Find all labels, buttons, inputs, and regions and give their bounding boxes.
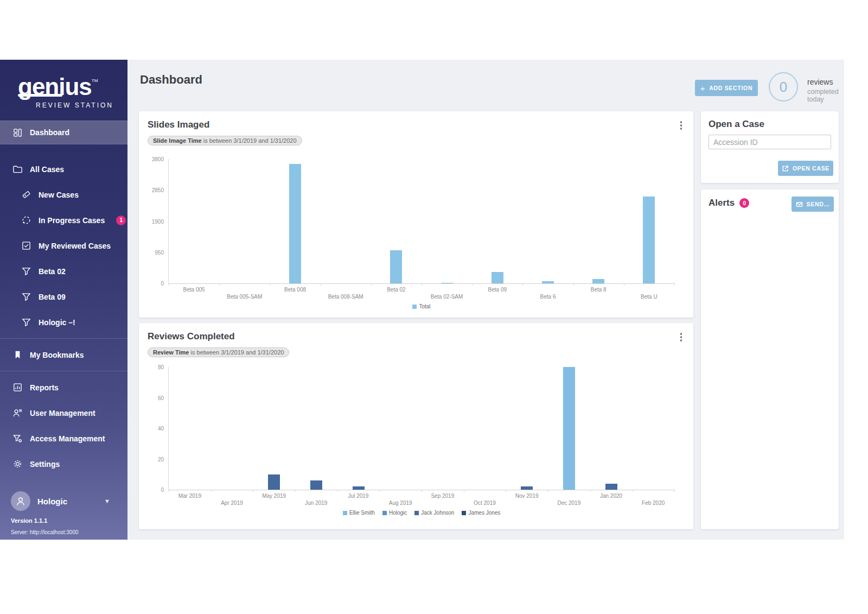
sidebar-item-label: All Cases	[30, 165, 64, 174]
chart-bar	[542, 281, 554, 283]
x-axis-tick	[422, 283, 422, 286]
dashboard-icon	[12, 127, 23, 138]
x-axis-label: Mar 2019	[178, 493, 201, 499]
filter-gear-icon	[12, 433, 23, 444]
avatar	[11, 491, 30, 511]
x-axis-label: Beta 09	[488, 287, 507, 293]
sidebar-item-hologic-filter[interactable]: Hologic –!	[0, 309, 127, 335]
legend-item: Ellie Smith	[343, 510, 375, 516]
x-axis-tick	[253, 490, 253, 492]
x-axis-tick	[674, 283, 675, 286]
x-axis-tick	[422, 490, 422, 492]
y-axis-tick-label: 80	[158, 364, 164, 370]
slides-imaged-card: Slides Imaged Slide Image Time is betwee…	[139, 111, 693, 318]
user-icon: R	[12, 408, 23, 419]
x-axis-tick	[464, 490, 464, 492]
sidebar-item-all-cases[interactable]: All Cases	[0, 156, 127, 182]
x-axis-tick	[211, 490, 212, 492]
x-axis-label: Jun 2019	[305, 500, 327, 506]
y-axis-tick-label: 1900	[152, 218, 164, 224]
sidebar-item-reports[interactable]: Reports	[0, 375, 127, 400]
sidebar-item-access-management[interactable]: Access Management	[0, 426, 127, 451]
sidebar-item-label: My Reviewed Cases	[39, 242, 111, 250]
x-axis-tick	[169, 283, 169, 286]
sidebar-item-label: Beta 09	[39, 293, 66, 301]
app-window: geniusTM REVIEW STATION Dashboard All Ca…	[0, 60, 844, 540]
envelope-icon	[796, 201, 803, 208]
x-axis-tick	[522, 283, 523, 286]
in-progress-count-badge: 1	[116, 216, 126, 225]
card-menu-icon[interactable]	[678, 119, 685, 131]
sidebar-item-label: Dashboard	[30, 128, 69, 137]
sidebar-item-beta-09[interactable]: Beta 09	[0, 284, 127, 309]
user-menu[interactable]: Hologic ▼	[11, 491, 117, 511]
sidebar-item-dashboard[interactable]: Dashboard	[0, 121, 127, 144]
x-axis-tick	[270, 283, 270, 286]
gear-icon	[12, 459, 23, 470]
sidebar-item-label: Settings	[30, 460, 60, 469]
sidebar-item-user-management[interactable]: R User Management	[0, 400, 127, 426]
add-section-button[interactable]: + ADD SECTION	[695, 80, 758, 96]
x-axis-tick	[624, 283, 624, 286]
sidebar-item-label: Reports	[30, 383, 59, 392]
x-axis-label: Beta 8	[591, 287, 607, 293]
reviews-completed-card: Reviews Completed Review Time is between…	[139, 323, 693, 529]
x-axis-tick	[573, 283, 574, 286]
reviews-count-sublabel: completed today	[807, 88, 844, 103]
slide-icon	[21, 189, 31, 200]
page-title: Dashboard	[140, 73, 202, 87]
filter-funnel-icon	[21, 292, 31, 302]
sidebar-item-new-cases[interactable]: New Cases	[0, 182, 127, 207]
slides-imaged-chart: Total 0950190028503800Beta 005Beta 005-S…	[168, 159, 674, 284]
sidebar-item-label: Beta 02	[39, 267, 66, 276]
sidebar-item-in-progress-cases[interactable]: In Progress Cases 1	[0, 207, 127, 233]
bar-chart-icon	[12, 382, 23, 393]
chart-bar	[353, 486, 365, 490]
alerts-count-badge: 0	[739, 198, 749, 208]
legend-item: James Jones	[462, 510, 500, 516]
x-axis-tick	[590, 490, 591, 492]
accession-id-input[interactable]	[709, 135, 831, 149]
x-axis-label: Feb 2020	[642, 500, 665, 506]
y-axis-tick-label: 3800	[152, 156, 164, 162]
x-axis-tick	[321, 283, 321, 286]
chart-bar	[643, 197, 655, 283]
legend-item: Hologic	[382, 510, 407, 516]
divider	[0, 371, 127, 371]
sidebar-item-settings[interactable]: Settings	[0, 451, 127, 477]
plus-icon: +	[700, 84, 705, 93]
card-menu-icon[interactable]	[678, 331, 685, 343]
x-axis-label: Sep 2019	[431, 493, 454, 499]
x-axis-tick	[632, 490, 633, 492]
user-name: Hologic	[37, 497, 67, 506]
version-label: Version 1.1.1	[11, 517, 117, 524]
svg-text:R: R	[19, 409, 22, 413]
sidebar-item-my-bookmarks[interactable]: My Bookmarks	[0, 342, 127, 368]
bookmark-icon	[12, 350, 23, 360]
send-button[interactable]: SEND...	[792, 197, 834, 212]
sidebar-item-label: Hologic –!	[39, 318, 75, 327]
filter-funnel-icon	[21, 266, 31, 277]
alerts-card: Alerts 0 SEND...	[701, 189, 839, 529]
x-axis-label: Beta 6	[540, 294, 556, 300]
sidebar-item-beta-02[interactable]: Beta 02	[0, 258, 127, 284]
sidebar-item-my-reviewed-cases[interactable]: My Reviewed Cases	[0, 233, 127, 258]
x-axis-tick	[295, 490, 296, 492]
folder-icon	[12, 164, 23, 175]
sidebar: geniusTM REVIEW STATION Dashboard All Ca…	[0, 60, 127, 540]
chart-bar	[605, 484, 617, 490]
y-axis-tick-label: 60	[158, 395, 164, 401]
x-axis-tick	[219, 283, 220, 286]
x-axis-label: Oct 2019	[474, 500, 496, 506]
open-case-button[interactable]: OPEN CASE	[778, 161, 833, 176]
card-title: Reviews Completed	[148, 331, 235, 342]
chart-bar	[521, 486, 533, 490]
sidebar-item-label: My Bookmarks	[30, 351, 84, 359]
legend-item: Total	[412, 303, 430, 309]
chevron-down-icon[interactable]: ▼	[104, 498, 110, 504]
x-axis-tick	[472, 283, 473, 286]
x-axis-label: Beta 02	[387, 287, 405, 293]
logo-text: genius	[18, 73, 92, 100]
filter-funnel-icon	[21, 317, 31, 328]
x-axis-tick	[674, 490, 675, 492]
